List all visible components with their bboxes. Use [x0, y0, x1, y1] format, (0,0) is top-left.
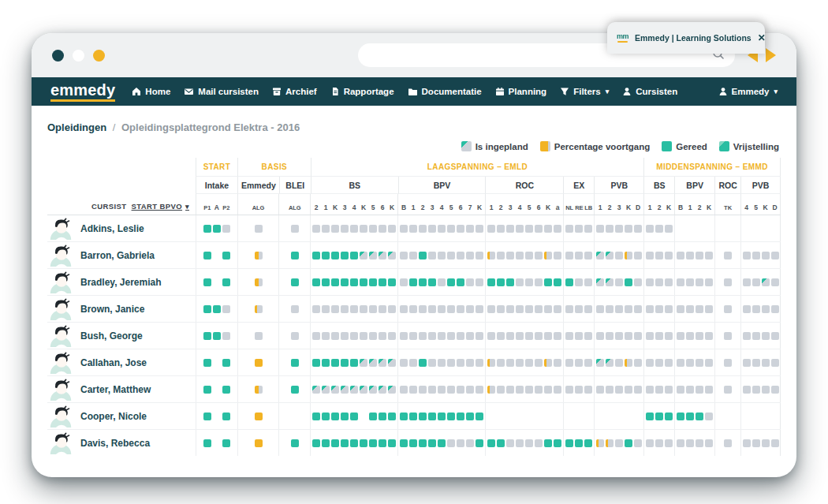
cell-gereed[interactable] [646, 413, 654, 420]
cell-open[interactable] [615, 359, 623, 367]
cell-gereed[interactable] [203, 439, 211, 447]
cell-open[interactable] [255, 332, 263, 340]
cell-open[interactable] [457, 359, 464, 367]
cell-open[interactable] [584, 305, 592, 313]
cell-gereed[interactable] [331, 359, 339, 367]
cell-open[interactable] [686, 332, 694, 340]
cell-gereed[interactable] [222, 439, 230, 447]
cell-open[interactable] [525, 359, 533, 367]
cell-open[interactable] [497, 359, 505, 367]
cell-open[interactable] [388, 332, 396, 340]
cell-gereed[interactable] [409, 278, 417, 286]
cell-open[interactable] [565, 252, 573, 259]
cell-open[interactable] [752, 278, 760, 286]
cell-open[interactable] [625, 305, 632, 313]
cell-ingepland[interactable] [379, 386, 386, 394]
cell-open[interactable] [222, 332, 230, 340]
cell-open[interactable] [525, 386, 533, 394]
cell-open[interactable] [743, 252, 751, 259]
cell-open[interactable] [615, 386, 623, 394]
cell-open[interactable] [565, 225, 573, 233]
cell-open[interactable] [554, 305, 561, 313]
cell-open[interactable] [447, 305, 455, 313]
cell-voortgang-start[interactable] [625, 359, 632, 367]
cell-open[interactable] [696, 278, 703, 286]
cell-ingepland[interactable] [388, 359, 396, 367]
cell-open[interactable] [544, 386, 552, 394]
cell-open[interactable] [400, 252, 408, 259]
cell-open[interactable] [360, 225, 367, 233]
cell-open[interactable] [743, 439, 751, 447]
cell-open[interactable] [771, 278, 779, 286]
cell-open[interactable] [724, 278, 732, 286]
cell-ingepland[interactable] [596, 359, 604, 367]
cell-gereed[interactable] [369, 439, 377, 447]
cell-open[interactable] [771, 305, 779, 313]
cell-open[interactable] [409, 305, 417, 313]
cell-gereed[interactable] [213, 332, 221, 340]
cell-open[interactable] [466, 439, 474, 447]
cell-ingepland[interactable] [596, 252, 604, 259]
cell-open[interactable] [388, 225, 396, 233]
cell-open[interactable] [457, 305, 464, 313]
cell-open[interactable] [535, 252, 543, 259]
cell-open[interactable] [575, 332, 583, 340]
cell-gereed[interactable] [419, 278, 427, 286]
cell-gereed[interactable] [438, 413, 446, 420]
cell-open[interactable] [544, 305, 552, 313]
cell-gereed[interactable] [428, 413, 436, 420]
cell-gereed[interactable] [291, 386, 299, 394]
cell-open[interactable] [752, 305, 760, 313]
cell-open[interactable] [686, 278, 694, 286]
nav-item-mail-cursisten[interactable]: Mail cursisten [184, 87, 259, 96]
cell-open[interactable] [655, 439, 663, 447]
cell-open[interactable] [646, 386, 654, 394]
cell-open[interactable] [350, 225, 358, 233]
cursist-name-cell[interactable]: Barron, Gabriela [47, 242, 196, 268]
cell-open[interactable] [743, 359, 751, 367]
cell-gereed[interactable] [686, 413, 694, 420]
cell-open[interactable] [686, 359, 694, 367]
cell-open[interactable] [606, 305, 614, 313]
cell-open[interactable] [409, 332, 417, 340]
cell-gereed[interactable] [331, 278, 339, 286]
cell-gereed[interactable] [554, 278, 561, 286]
cell-open[interactable] [516, 386, 524, 394]
cell-open[interactable] [535, 359, 543, 367]
cell-gereed[interactable] [350, 413, 358, 420]
cell-open[interactable] [497, 332, 505, 340]
cell-open[interactable] [516, 439, 524, 447]
cell-open[interactable] [350, 332, 358, 340]
cell-open[interactable] [369, 305, 377, 313]
cell-open[interactable] [705, 439, 713, 447]
cell-open[interactable] [634, 332, 642, 340]
cell-open[interactable] [428, 252, 436, 259]
cell-gereed[interactable] [584, 439, 592, 447]
cell-open[interactable] [476, 305, 483, 313]
cell-open[interactable] [762, 439, 770, 447]
cell-open[interactable] [615, 225, 623, 233]
cell-open[interactable] [677, 305, 684, 313]
cell-open[interactable] [565, 386, 573, 394]
cell-gereed[interactable] [565, 278, 573, 286]
cell-open[interactable] [606, 386, 614, 394]
cell-gereed[interactable] [203, 305, 211, 313]
cell-open[interactable] [379, 332, 386, 340]
cell-open[interactable] [379, 225, 386, 233]
cell-voortgang-start[interactable] [544, 359, 552, 367]
cell-gereed[interactable] [312, 359, 320, 367]
cell-open[interactable] [615, 439, 623, 447]
cell-open[interactable] [506, 439, 514, 447]
cell-open[interactable] [596, 332, 604, 340]
cell-open[interactable] [466, 278, 474, 286]
cell-open[interactable] [646, 225, 654, 233]
cell-open[interactable] [447, 359, 455, 367]
cell-gereed[interactable] [322, 439, 330, 447]
cell-ingepland[interactable] [360, 252, 367, 259]
cell-voortgang-start[interactable] [596, 439, 604, 447]
cell-open[interactable] [696, 439, 703, 447]
window-close-button[interactable] [52, 50, 64, 62]
cell-open[interactable] [677, 386, 684, 394]
cell-voortgang-start[interactable] [625, 252, 632, 259]
cell-open[interactable] [525, 439, 533, 447]
